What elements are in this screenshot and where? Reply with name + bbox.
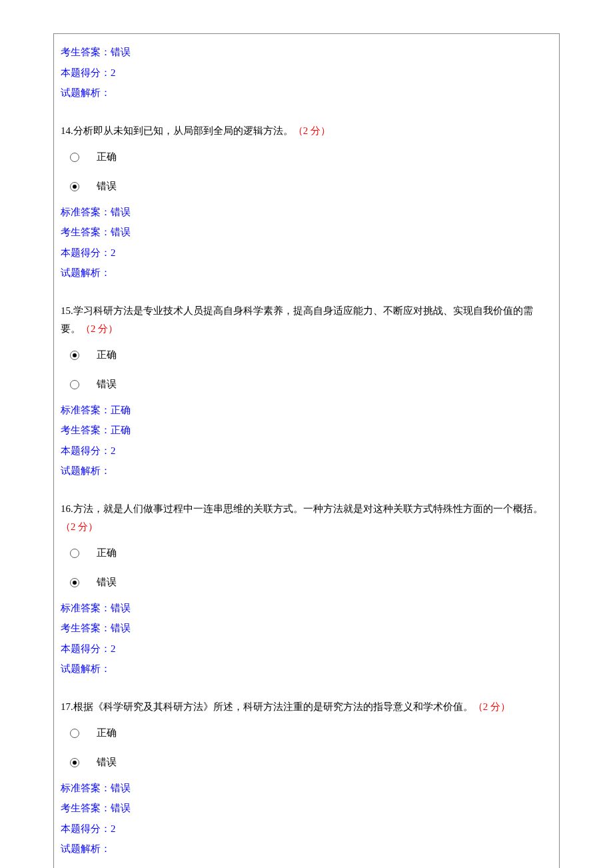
question-number: 16.: [61, 503, 73, 514]
score-value: 2: [111, 643, 116, 654]
analysis-label: 试题解析：: [61, 267, 111, 278]
score-value: 2: [111, 247, 116, 258]
analysis-label: 试题解析：: [61, 843, 111, 854]
student-answer-value: 错误: [111, 623, 131, 633]
question-15: 15.学习科研方法是专业技术人员提高自身科学素养，提高自身适应能力、不断应对挑战…: [61, 302, 552, 338]
standard-answer-label: 标准答案：: [61, 207, 111, 217]
question-points: （2 分）: [293, 125, 330, 136]
question-body: 根据《科学研究及其科研方法》所述，科研方法注重的是研究方法的指导意义和学术价值。: [73, 701, 473, 712]
standard-answer-label: 标准答案：: [61, 603, 111, 613]
student-answer: 考生答案：错误: [61, 620, 552, 637]
radio-label-correct: 正确: [97, 151, 117, 163]
preamble-student-answer: 考生答案：错误: [61, 44, 552, 61]
student-answer-label: 考生答案：: [61, 425, 111, 435]
question-number: 14.: [61, 125, 73, 136]
question-points: （2 分）: [61, 521, 98, 532]
radio-label-incorrect: 错误: [97, 756, 117, 769]
score-value: 2: [111, 823, 116, 834]
question-17: 17.根据《科学研究及其科研方法》所述，科研方法注重的是研究方法的指导意义和学术…: [61, 698, 552, 716]
radio-icon: [70, 758, 79, 767]
page-container: 考生答案：错误 本题得分：2 试题解析： 14.分析即从未知到已知，从局部到全局…: [53, 33, 560, 868]
question-body: 学习科研方法是专业技术人员提高自身科学素养，提高自身适应能力、不断应对挑战、实现…: [61, 305, 533, 334]
score-label: 本题得分：: [61, 643, 111, 654]
score-label: 本题得分：: [61, 823, 111, 834]
standard-answer: 标准答案：错误: [61, 600, 552, 617]
question-number: 17.: [61, 701, 73, 712]
radio-option-correct[interactable]: 正确: [70, 541, 552, 565]
standard-answer-value: 错误: [111, 603, 131, 613]
radio-option-correct[interactable]: 正确: [70, 145, 552, 169]
score-label: 本题得分：: [61, 445, 111, 456]
question-number: 15.: [61, 305, 73, 316]
radio-option-incorrect[interactable]: 错误: [70, 571, 552, 595]
score: 本题得分：2: [61, 641, 552, 658]
radio-option-correct[interactable]: 正确: [70, 343, 552, 367]
radio-label-incorrect: 错误: [97, 378, 117, 391]
analysis: 试题解析：: [61, 265, 552, 282]
score: 本题得分：2: [61, 821, 552, 838]
radio-option-incorrect[interactable]: 错误: [70, 175, 552, 199]
student-answer-label: 考生答案：: [61, 227, 111, 237]
student-answer-value: 错误: [111, 227, 131, 237]
radio-icon: [70, 578, 79, 587]
radio-icon: [70, 153, 79, 162]
student-answer: 考生答案：错误: [61, 800, 552, 817]
question-body: 分析即从未知到已知，从局部到全局的逻辑方法。: [73, 125, 293, 136]
analysis: 试题解析：: [61, 841, 552, 858]
student-answer: 考生答案：正确: [61, 422, 552, 439]
analysis: 试题解析：: [61, 463, 552, 480]
score: 本题得分：2: [61, 245, 552, 262]
score-label: 本题得分：: [61, 67, 111, 78]
standard-answer: 标准答案：错误: [61, 780, 552, 797]
score: 本题得分：2: [61, 443, 552, 460]
student-answer-label: 考生答案：: [61, 803, 111, 813]
analysis-label: 试题解析：: [61, 465, 111, 476]
question-body: 方法，就是人们做事过程中一连串思维的关联方式。一种方法就是对这种关联方式特殊性方…: [73, 503, 543, 514]
radio-icon: [70, 182, 79, 191]
standard-answer: 标准答案：错误: [61, 204, 552, 221]
question-14: 14.分析即从未知到已知，从局部到全局的逻辑方法。（2 分）: [61, 122, 552, 140]
radio-icon: [70, 351, 79, 360]
student-answer-value: 错误: [111, 803, 131, 813]
radio-label-correct: 正确: [97, 547, 117, 559]
student-answer-value: 正确: [111, 425, 131, 435]
standard-answer-value: 错误: [111, 783, 131, 793]
radio-option-correct[interactable]: 正确: [70, 721, 552, 745]
student-answer: 考生答案：错误: [61, 224, 552, 241]
score-value: 2: [111, 67, 116, 78]
radio-option-incorrect[interactable]: 错误: [70, 373, 552, 397]
standard-answer-label: 标准答案：: [61, 405, 111, 415]
analysis-label: 试题解析：: [61, 87, 111, 98]
radio-icon: [70, 729, 79, 738]
question-points: （2 分）: [81, 323, 118, 334]
radio-label-incorrect: 错误: [97, 576, 117, 589]
student-answer-label: 考生答案：: [61, 47, 111, 57]
radio-option-incorrect[interactable]: 错误: [70, 751, 552, 775]
preamble-analysis: 试题解析：: [61, 85, 552, 102]
score-label: 本题得分：: [61, 247, 111, 258]
question-16: 16.方法，就是人们做事过程中一连串思维的关联方式。一种方法就是对这种关联方式特…: [61, 500, 552, 536]
radio-icon: [70, 549, 79, 558]
analysis-label: 试题解析：: [61, 663, 111, 674]
radio-label-correct: 正确: [97, 349, 117, 361]
radio-icon: [70, 380, 79, 389]
standard-answer: 标准答案：正确: [61, 402, 552, 419]
student-answer-label: 考生答案：: [61, 623, 111, 633]
standard-answer-label: 标准答案：: [61, 783, 111, 793]
standard-answer-value: 错误: [111, 207, 131, 217]
preamble-score: 本题得分：2: [61, 65, 552, 82]
question-points: （2 分）: [473, 701, 510, 712]
standard-answer-value: 正确: [111, 405, 131, 415]
analysis: 试题解析：: [61, 661, 552, 678]
student-answer-value: 错误: [111, 47, 131, 57]
radio-label-correct: 正确: [97, 727, 117, 739]
score-value: 2: [111, 445, 116, 456]
radio-label-incorrect: 错误: [97, 180, 117, 193]
